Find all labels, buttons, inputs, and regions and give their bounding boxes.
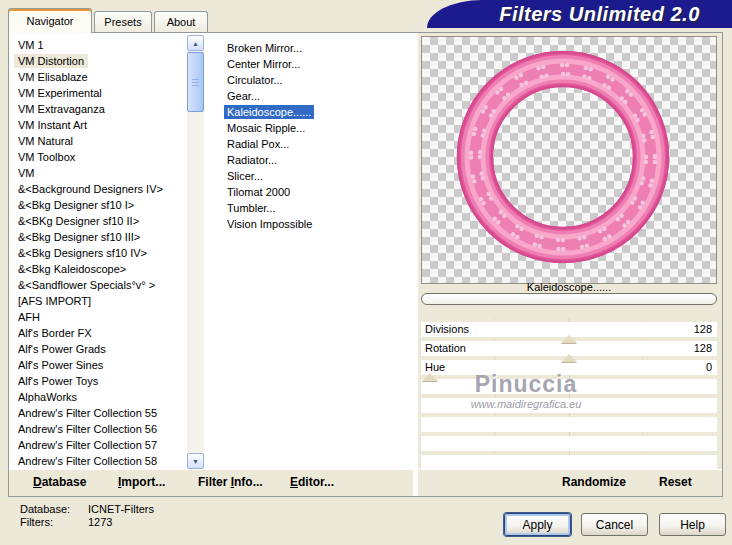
category-list-item[interactable]: &<Bkg Designer sf10 III> — [14, 229, 184, 245]
watermark-name: Pinuccia — [421, 371, 631, 398]
filter-list-item[interactable]: Gear... — [208, 88, 408, 104]
apply-button[interactable]: Apply — [504, 513, 571, 536]
category-list-item[interactable]: &<Background Designers IV> — [14, 181, 184, 197]
database-status-value: ICNET-Filters — [88, 503, 154, 515]
toolbar-strip-left: DatabaseImport...Filter Info...Editor... — [9, 469, 413, 496]
filter-list-item[interactable]: Circulator... — [208, 72, 408, 88]
slider-thumb[interactable] — [561, 354, 577, 362]
category-list-item[interactable]: VM — [14, 165, 184, 181]
category-list-item[interactable]: [AFS IMPORT] — [14, 293, 184, 309]
pink-ring-image — [422, 37, 717, 284]
toolbar-button[interactable]: Filter Info... — [198, 470, 263, 495]
filter-list: Broken Mirror...Center Mirror...Circulat… — [208, 40, 408, 232]
reset-button[interactable]: Reset — [659, 470, 692, 495]
tab-about[interactable]: About — [154, 11, 208, 32]
category-list-item[interactable]: Andrew's Filter Collection 57 — [14, 437, 184, 453]
scrollbar-thumb[interactable] — [187, 52, 204, 112]
category-list-item[interactable]: VM Natural — [14, 133, 184, 149]
category-list-item[interactable]: Andrew's Filter Collection 55 — [14, 405, 184, 421]
category-list-item[interactable]: Alf's Power Sines — [14, 357, 184, 373]
category-list-item[interactable]: Alf's Power Toys — [14, 373, 184, 389]
title-banner: Filters Unlimited 2.0 — [427, 0, 732, 28]
category-list-item[interactable]: &<BKg Designer sf10 II> — [14, 213, 184, 229]
category-list-item[interactable]: Andrew's Filter Collection 56 — [14, 421, 184, 437]
database-status-label: Database: — [20, 503, 70, 515]
empty-slider-row — [421, 417, 717, 432]
category-list-item[interactable]: VM Distortion — [14, 53, 184, 69]
category-list-item[interactable]: Andrew's Filter Collection 58 — [14, 453, 184, 469]
tab-presets[interactable]: Presets — [94, 11, 152, 32]
filter-list-item[interactable]: Tilomat 2000 — [208, 184, 408, 200]
tab-navigator[interactable]: Navigator — [8, 8, 92, 33]
empty-slider-row — [421, 436, 717, 451]
category-list-item[interactable]: VM Toolbox — [14, 149, 184, 165]
scroll-up-icon[interactable]: ▲ — [187, 35, 204, 51]
filter-list-item[interactable]: Kaleidoscope...... — [208, 104, 408, 120]
filter-list-item[interactable]: Tumbler... — [208, 200, 408, 216]
filter-list-item[interactable]: Radiator... — [208, 152, 408, 168]
category-list-item[interactable]: &<Bkg Designers sf10 IV> — [14, 245, 184, 261]
category-list-item[interactable]: VM 1 — [14, 37, 184, 53]
parameter-slider[interactable]: Divisions 128 — [421, 322, 717, 337]
category-list-item[interactable]: AFH — [14, 309, 184, 325]
empty-slider-row — [421, 455, 717, 470]
filter-list-item[interactable]: Center Mirror... — [208, 56, 408, 72]
randomize-button[interactable]: Randomize — [562, 470, 626, 495]
category-list-item[interactable]: VM Experimental — [14, 85, 184, 101]
category-list-item[interactable]: Alf's Power Grads — [14, 341, 184, 357]
help-button[interactable]: Help — [659, 513, 726, 536]
slider-value: 0 — [706, 360, 712, 375]
scroll-down-icon[interactable]: ▼ — [187, 453, 204, 469]
filters-unlimited-dialog: Filters Unlimited 2.0 Navigator Presets … — [0, 0, 732, 545]
filter-list-item[interactable]: Mosaic Ripple... — [208, 120, 408, 136]
category-list-item[interactable]: VM Elisablaze — [14, 69, 184, 85]
filter-preview[interactable] — [421, 36, 717, 284]
category-list-item[interactable]: Alf's Border FX — [14, 325, 184, 341]
slider-label: Rotation — [425, 341, 466, 356]
category-list-item[interactable]: AlphaWorks — [14, 389, 184, 405]
filter-list-item[interactable]: Vision Impossible — [208, 216, 408, 232]
filters-count-value: 1273 — [88, 516, 112, 528]
filter-list-item[interactable]: Broken Mirror... — [208, 40, 408, 56]
toolbar-button[interactable]: Database — [33, 470, 86, 495]
watermark-url: www.maidiregrafica.eu — [421, 398, 631, 410]
toolbar-button[interactable]: Editor... — [290, 470, 334, 495]
slider-value: 128 — [694, 341, 712, 356]
filters-count-label: Filters: — [20, 516, 53, 528]
window-title: Filters Unlimited 2.0 — [499, 3, 700, 26]
category-list: VM 1VM DistortionVM ElisablazeVM Experim… — [14, 37, 184, 469]
toolbar-strip-right: Randomize Reset — [418, 469, 722, 496]
slider-value: 128 — [694, 322, 712, 337]
filter-list-item[interactable]: Slicer... — [208, 168, 408, 184]
cancel-button[interactable]: Cancel — [581, 513, 648, 536]
progress-bar — [421, 293, 717, 305]
toolbar-button[interactable]: Import... — [118, 470, 165, 495]
category-list-item[interactable]: &<Sandflower Specials°v° > — [14, 277, 184, 293]
category-list-item[interactable]: &<Bkg Kaleidoscope> — [14, 261, 184, 277]
category-list-item[interactable]: VM Extravaganza — [14, 101, 184, 117]
slider-thumb[interactable] — [561, 335, 577, 343]
filter-list-item[interactable]: Radial Pox... — [208, 136, 408, 152]
category-list-item[interactable]: &<Bkg Designer sf10 I> — [14, 197, 184, 213]
slider-label: Divisions — [425, 322, 469, 337]
category-list-item[interactable]: VM Instant Art — [14, 117, 184, 133]
parameter-slider[interactable]: Rotation 128 — [421, 341, 717, 356]
category-scrollbar[interactable]: ▲ ▼ — [187, 35, 204, 469]
selected-filter-caption: Kaleidoscope...... — [421, 281, 717, 293]
